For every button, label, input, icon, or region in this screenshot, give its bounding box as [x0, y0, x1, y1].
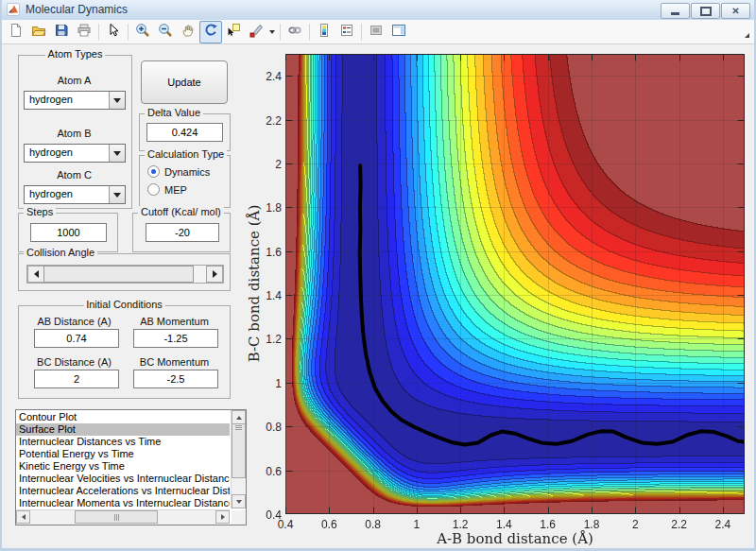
dropdown-button[interactable]	[109, 92, 125, 109]
initial-conditions-legend: Initial Conditions	[83, 299, 165, 310]
hide-plot-tools-icon	[369, 23, 384, 42]
insert-colorbar-button[interactable]	[313, 21, 335, 43]
app-window: Molecular Dynamics ✕ Atom Types Atom Ahy…	[0, 0, 756, 551]
right-arrow-icon	[213, 270, 217, 278]
radio-icon	[147, 165, 160, 178]
y-tick-label: 0.8	[244, 421, 282, 434]
x-tick-label: 2.2	[661, 518, 698, 531]
left-arrow-icon	[34, 270, 39, 278]
list-item[interactable]: Internuclear Distances vs Time	[16, 436, 230, 448]
close-icon: ✕	[731, 7, 739, 16]
data-cursor-icon	[226, 23, 241, 42]
minimize-button[interactable]	[661, 3, 690, 19]
atom-b-dropdown[interactable]: hydrogen	[24, 144, 126, 163]
titlebar[interactable]: Molecular Dynamics ✕	[2, 0, 754, 21]
open-file-button[interactable]	[27, 21, 50, 43]
window-title: Molecular Dynamics	[26, 3, 128, 16]
y-tick-label: 0.6	[244, 465, 282, 478]
toolbar-overflow-icon[interactable]	[744, 26, 750, 43]
y-tick-label: 2.2	[244, 114, 282, 128]
atom-a-dropdown[interactable]: hydrogen	[24, 91, 126, 110]
atom-a-label: Atom A	[19, 75, 129, 86]
atom-a-value: hydrogen	[29, 94, 73, 105]
chevron-down-icon	[269, 30, 275, 34]
list-item[interactable]: Potential Energy vs Time	[16, 448, 230, 460]
link-plot-button[interactable]	[284, 21, 306, 43]
initial-field-1[interactable]: -1.25	[133, 329, 218, 348]
slider-right-arrow[interactable]	[206, 266, 223, 283]
print-figure-button[interactable]	[73, 21, 95, 43]
initial-field-2[interactable]: 2	[34, 370, 119, 388]
list-item[interactable]: Internuclear Accelerations vs Internucle…	[16, 485, 230, 497]
scroll-down-icon	[236, 500, 242, 504]
dropdown-button[interactable]	[109, 186, 125, 203]
contour-plot-axes[interactable]	[285, 54, 745, 514]
slider-left-arrow[interactable]	[27, 266, 44, 283]
scroll-right-button[interactable]	[215, 510, 230, 524]
atom-b-label: Atom B	[19, 128, 129, 139]
toolbar-separator	[280, 24, 281, 41]
initial-field-0[interactable]: 0.74	[34, 329, 119, 348]
list-item[interactable]: Surface Plot	[16, 423, 230, 436]
insert-legend-button[interactable]	[335, 21, 358, 43]
initial-label-0: AB Distance (A)	[28, 316, 120, 327]
brush-button[interactable]	[245, 21, 267, 43]
initial-field-3[interactable]: -2.5	[133, 370, 218, 388]
x-tick-label: 1.2	[441, 518, 479, 531]
close-button[interactable]: ✕	[721, 3, 750, 19]
list-item[interactable]: Internuclear Velocities vs Internuclear …	[16, 473, 230, 485]
cutoff-field[interactable]: -20	[146, 223, 219, 242]
atom-types-group: Atom Types Atom AhydrogenAtom BhydrogenA…	[18, 55, 132, 209]
dropdown-button[interactable]	[109, 145, 125, 162]
x-tick-label: 1	[398, 518, 436, 531]
delta-value-group: Delta Value 0.424	[139, 113, 231, 151]
zoom-out-button[interactable]	[154, 21, 177, 43]
update-button[interactable]: Update	[141, 60, 228, 104]
show-plot-tools-icon	[391, 23, 406, 42]
steps-field[interactable]: 1000	[30, 223, 107, 242]
show-plot-tools-button[interactable]	[387, 21, 410, 43]
scroll-left-button[interactable]	[16, 510, 30, 524]
scroll-left-icon	[22, 514, 26, 520]
x-tick-label: 2.4	[704, 518, 742, 531]
chevron-down-icon	[113, 151, 121, 156]
zoom-in-button[interactable]	[131, 21, 154, 43]
toolbar-separator	[128, 24, 129, 41]
atom-c-value: hydrogen	[29, 188, 73, 199]
slider-thumb[interactable]	[43, 266, 194, 283]
x-tick-label: 0.8	[354, 518, 392, 531]
pan-button[interactable]	[177, 21, 199, 43]
pointer-button[interactable]	[102, 21, 125, 43]
new-document-icon	[9, 23, 24, 42]
hide-plot-tools-button[interactable]	[365, 21, 387, 43]
radio-mep[interactable]: MEP	[147, 183, 187, 196]
list-item[interactable]: Kinetic Energy vs Time	[16, 460, 230, 473]
initial-label-1: AB Momentum	[129, 316, 220, 327]
save-figure-icon	[54, 23, 69, 42]
list-item[interactable]: Contour Plot	[16, 411, 230, 423]
save-figure-button[interactable]	[50, 21, 73, 43]
listbox-horizontal-scrollbar[interactable]	[16, 509, 230, 525]
collision-angle-slider[interactable]	[26, 265, 224, 284]
insert-legend-icon	[339, 23, 354, 42]
data-cursor-button[interactable]	[222, 21, 245, 43]
delta-value-field[interactable]: 0.424	[146, 123, 223, 142]
zoom-out-icon	[158, 23, 173, 42]
maximize-button[interactable]	[691, 3, 720, 19]
collision-angle-legend: Collision Angle	[24, 247, 97, 258]
atom-c-dropdown[interactable]: hydrogen	[24, 185, 126, 204]
plot-type-listbox[interactable]: Contour PlotSurface PlotInternuclear Dis…	[15, 409, 247, 525]
scroll-down-button[interactable]	[232, 494, 246, 508]
rotate-3d-button[interactable]	[199, 21, 222, 43]
horizontal-scroll-thumb[interactable]	[75, 510, 158, 524]
brush-dropdown[interactable]	[267, 22, 277, 43]
collision-angle-group: Collision Angle	[18, 253, 231, 291]
list-item[interactable]: Internuclear Momenta vs Internuclear Dis…	[16, 497, 230, 509]
scroll-up-icon	[236, 416, 242, 420]
figure-content: Atom Types Atom AhydrogenAtom BhydrogenA…	[2, 43, 754, 548]
brush-icon	[249, 23, 264, 42]
insert-colorbar-icon	[317, 23, 332, 42]
new-document-button[interactable]	[5, 21, 27, 43]
radio-dynamics[interactable]: Dynamics	[147, 165, 210, 178]
link-plot-icon	[287, 23, 302, 42]
